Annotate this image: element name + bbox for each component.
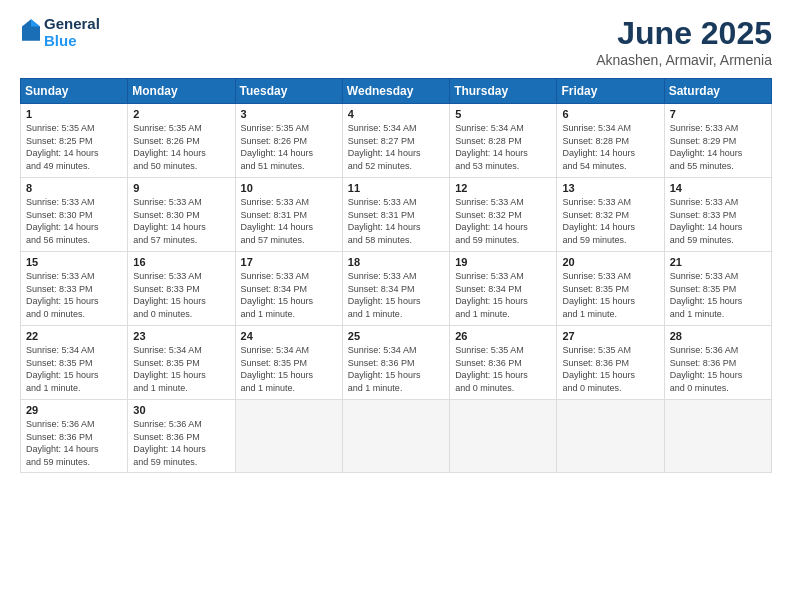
empty-cell: [342, 400, 449, 473]
day-cell-16: 16Sunrise: 5:33 AM Sunset: 8:33 PM Dayli…: [128, 252, 235, 326]
day-cell-24: 24Sunrise: 5:34 AM Sunset: 8:35 PM Dayli…: [235, 326, 342, 400]
day-info: Sunrise: 5:36 AM Sunset: 8:36 PM Dayligh…: [133, 418, 229, 468]
day-number: 30: [133, 404, 229, 416]
week-row-4: 22Sunrise: 5:34 AM Sunset: 8:35 PM Dayli…: [21, 326, 772, 400]
day-info: Sunrise: 5:33 AM Sunset: 8:33 PM Dayligh…: [133, 270, 229, 320]
day-info: Sunrise: 5:33 AM Sunset: 8:31 PM Dayligh…: [348, 196, 444, 246]
day-cell-22: 22Sunrise: 5:34 AM Sunset: 8:35 PM Dayli…: [21, 326, 128, 400]
empty-cell: [235, 400, 342, 473]
day-number: 8: [26, 182, 122, 194]
day-info: Sunrise: 5:34 AM Sunset: 8:35 PM Dayligh…: [133, 344, 229, 394]
svg-marker-1: [31, 19, 40, 26]
day-cell-12: 12Sunrise: 5:33 AM Sunset: 8:32 PM Dayli…: [450, 178, 557, 252]
day-cell-6: 6Sunrise: 5:34 AM Sunset: 8:28 PM Daylig…: [557, 104, 664, 178]
day-number: 26: [455, 330, 551, 342]
day-number: 19: [455, 256, 551, 268]
day-info: Sunrise: 5:33 AM Sunset: 8:32 PM Dayligh…: [562, 196, 658, 246]
location: Aknashen, Armavir, Armenia: [596, 52, 772, 68]
day-cell-4: 4Sunrise: 5:34 AM Sunset: 8:27 PM Daylig…: [342, 104, 449, 178]
day-cell-15: 15Sunrise: 5:33 AM Sunset: 8:33 PM Dayli…: [21, 252, 128, 326]
day-cell-14: 14Sunrise: 5:33 AM Sunset: 8:33 PM Dayli…: [664, 178, 771, 252]
day-number: 28: [670, 330, 766, 342]
day-number: 9: [133, 182, 229, 194]
day-number: 16: [133, 256, 229, 268]
day-info: Sunrise: 5:33 AM Sunset: 8:30 PM Dayligh…: [26, 196, 122, 246]
day-cell-18: 18Sunrise: 5:33 AM Sunset: 8:34 PM Dayli…: [342, 252, 449, 326]
day-cell-23: 23Sunrise: 5:34 AM Sunset: 8:35 PM Dayli…: [128, 326, 235, 400]
day-cell-8: 8Sunrise: 5:33 AM Sunset: 8:30 PM Daylig…: [21, 178, 128, 252]
day-number: 21: [670, 256, 766, 268]
logo: General Blue: [20, 15, 100, 50]
day-info: Sunrise: 5:33 AM Sunset: 8:31 PM Dayligh…: [241, 196, 337, 246]
day-cell-21: 21Sunrise: 5:33 AM Sunset: 8:35 PM Dayli…: [664, 252, 771, 326]
day-cell-5: 5Sunrise: 5:34 AM Sunset: 8:28 PM Daylig…: [450, 104, 557, 178]
day-number: 13: [562, 182, 658, 194]
page: General Blue June 2025 Aknashen, Armavir…: [0, 0, 792, 612]
weekday-header-thursday: Thursday: [450, 79, 557, 104]
day-number: 24: [241, 330, 337, 342]
logo-general: General: [44, 15, 100, 32]
day-number: 27: [562, 330, 658, 342]
day-number: 15: [26, 256, 122, 268]
day-number: 18: [348, 256, 444, 268]
weekday-header-monday: Monday: [128, 79, 235, 104]
day-cell-27: 27Sunrise: 5:35 AM Sunset: 8:36 PM Dayli…: [557, 326, 664, 400]
weekday-header-saturday: Saturday: [664, 79, 771, 104]
day-cell-3: 3Sunrise: 5:35 AM Sunset: 8:26 PM Daylig…: [235, 104, 342, 178]
day-cell-2: 2Sunrise: 5:35 AM Sunset: 8:26 PM Daylig…: [128, 104, 235, 178]
day-info: Sunrise: 5:33 AM Sunset: 8:34 PM Dayligh…: [241, 270, 337, 320]
day-info: Sunrise: 5:35 AM Sunset: 8:36 PM Dayligh…: [562, 344, 658, 394]
day-info: Sunrise: 5:33 AM Sunset: 8:29 PM Dayligh…: [670, 122, 766, 172]
day-number: 4: [348, 108, 444, 120]
day-number: 29: [26, 404, 122, 416]
day-number: 6: [562, 108, 658, 120]
day-cell-17: 17Sunrise: 5:33 AM Sunset: 8:34 PM Dayli…: [235, 252, 342, 326]
month-year: June 2025: [596, 15, 772, 52]
empty-cell: [450, 400, 557, 473]
day-cell-10: 10Sunrise: 5:33 AM Sunset: 8:31 PM Dayli…: [235, 178, 342, 252]
day-number: 5: [455, 108, 551, 120]
day-info: Sunrise: 5:34 AM Sunset: 8:35 PM Dayligh…: [241, 344, 337, 394]
day-cell-19: 19Sunrise: 5:33 AM Sunset: 8:34 PM Dayli…: [450, 252, 557, 326]
day-number: 25: [348, 330, 444, 342]
day-info: Sunrise: 5:36 AM Sunset: 8:36 PM Dayligh…: [670, 344, 766, 394]
day-number: 20: [562, 256, 658, 268]
empty-cell: [664, 400, 771, 473]
day-number: 1: [26, 108, 122, 120]
day-info: Sunrise: 5:33 AM Sunset: 8:35 PM Dayligh…: [562, 270, 658, 320]
logo-blue: Blue: [44, 32, 100, 49]
day-info: Sunrise: 5:33 AM Sunset: 8:32 PM Dayligh…: [455, 196, 551, 246]
logo-icon: [22, 19, 40, 41]
day-cell-30: 30Sunrise: 5:36 AM Sunset: 8:36 PM Dayli…: [128, 400, 235, 473]
weekday-header-row: SundayMondayTuesdayWednesdayThursdayFrid…: [21, 79, 772, 104]
empty-cell: [557, 400, 664, 473]
day-info: Sunrise: 5:35 AM Sunset: 8:25 PM Dayligh…: [26, 122, 122, 172]
day-info: Sunrise: 5:34 AM Sunset: 8:36 PM Dayligh…: [348, 344, 444, 394]
day-info: Sunrise: 5:34 AM Sunset: 8:35 PM Dayligh…: [26, 344, 122, 394]
day-info: Sunrise: 5:33 AM Sunset: 8:35 PM Dayligh…: [670, 270, 766, 320]
week-row-1: 1Sunrise: 5:35 AM Sunset: 8:25 PM Daylig…: [21, 104, 772, 178]
day-number: 2: [133, 108, 229, 120]
day-cell-29: 29Sunrise: 5:36 AM Sunset: 8:36 PM Dayli…: [21, 400, 128, 473]
day-info: Sunrise: 5:33 AM Sunset: 8:34 PM Dayligh…: [348, 270, 444, 320]
week-row-5: 29Sunrise: 5:36 AM Sunset: 8:36 PM Dayli…: [21, 400, 772, 473]
day-info: Sunrise: 5:33 AM Sunset: 8:30 PM Dayligh…: [133, 196, 229, 246]
day-number: 7: [670, 108, 766, 120]
day-cell-9: 9Sunrise: 5:33 AM Sunset: 8:30 PM Daylig…: [128, 178, 235, 252]
weekday-header-tuesday: Tuesday: [235, 79, 342, 104]
day-info: Sunrise: 5:33 AM Sunset: 8:33 PM Dayligh…: [26, 270, 122, 320]
day-cell-13: 13Sunrise: 5:33 AM Sunset: 8:32 PM Dayli…: [557, 178, 664, 252]
day-number: 12: [455, 182, 551, 194]
day-cell-11: 11Sunrise: 5:33 AM Sunset: 8:31 PM Dayli…: [342, 178, 449, 252]
day-number: 23: [133, 330, 229, 342]
weekday-header-friday: Friday: [557, 79, 664, 104]
day-cell-7: 7Sunrise: 5:33 AM Sunset: 8:29 PM Daylig…: [664, 104, 771, 178]
day-number: 11: [348, 182, 444, 194]
day-number: 17: [241, 256, 337, 268]
week-row-2: 8Sunrise: 5:33 AM Sunset: 8:30 PM Daylig…: [21, 178, 772, 252]
calendar-table: SundayMondayTuesdayWednesdayThursdayFrid…: [20, 78, 772, 473]
day-cell-1: 1Sunrise: 5:35 AM Sunset: 8:25 PM Daylig…: [21, 104, 128, 178]
day-info: Sunrise: 5:34 AM Sunset: 8:28 PM Dayligh…: [562, 122, 658, 172]
day-info: Sunrise: 5:34 AM Sunset: 8:28 PM Dayligh…: [455, 122, 551, 172]
weekday-header-sunday: Sunday: [21, 79, 128, 104]
